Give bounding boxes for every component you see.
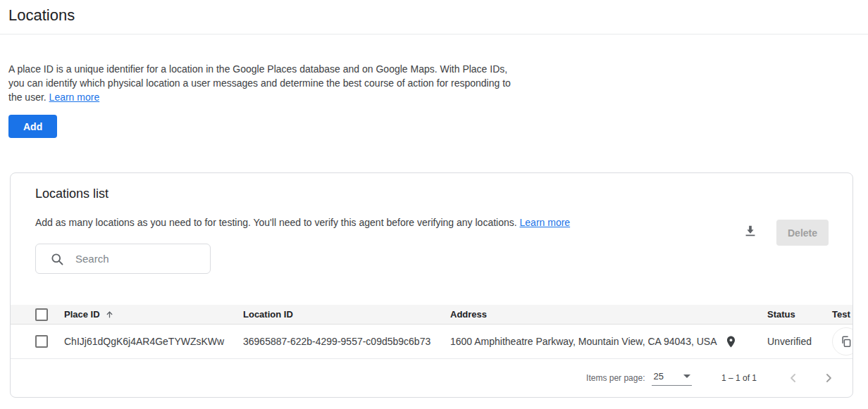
cell-location-id: 36965887-622b-4299-9557-c09d5b9c6b73	[243, 336, 450, 347]
column-header-test-urls[interactable]: Test URLs	[832, 309, 853, 320]
chevron-right-icon	[822, 371, 836, 385]
column-header-location-id[interactable]: Location ID	[243, 309, 450, 320]
items-per-page-label: Items per page:	[586, 373, 645, 383]
pagination-range: 1 – 1 of 1	[721, 373, 757, 383]
items-per-page-value: 25	[653, 371, 663, 382]
card-learn-more-link[interactable]: Learn more	[520, 217, 571, 228]
map-pin-icon[interactable]	[724, 335, 738, 348]
table-footer: Items per page: 25 1 – 1 of 1	[11, 359, 852, 397]
page-title: Locations	[8, 6, 75, 25]
card-description-text: Add as many locations as you need to for…	[35, 217, 520, 228]
chevron-left-icon	[786, 371, 800, 385]
intro-paragraph: A place ID is a unique identifier for a …	[8, 62, 513, 104]
row-checkbox[interactable]	[35, 335, 48, 348]
table-header-row: Place ID Location ID Address Status Test…	[11, 305, 853, 325]
title-divider	[0, 34, 868, 34]
next-page-button[interactable]	[820, 370, 837, 386]
intro-learn-more-link[interactable]: Learn more	[49, 92, 100, 103]
dropdown-caret-icon	[683, 375, 690, 378]
search-icon	[50, 252, 64, 266]
download-icon	[743, 223, 758, 239]
delete-button[interactable]: Delete	[776, 220, 829, 246]
cell-address: 1600 Amphitheatre Parkway, Mountain View…	[450, 336, 717, 347]
column-header-status[interactable]: Status	[767, 309, 832, 320]
search-input[interactable]	[75, 253, 195, 265]
locations-list-card: Locations list Add as many locations as …	[10, 172, 853, 398]
column-header-place-id[interactable]: Place ID	[64, 309, 100, 320]
download-button[interactable]	[740, 221, 760, 241]
card-description: Add as many locations as you need to for…	[35, 215, 570, 229]
select-all-checkbox[interactable]	[35, 308, 48, 321]
column-header-address[interactable]: Address	[450, 309, 767, 320]
copy-icon	[840, 335, 852, 348]
sort-ascending-icon[interactable]	[105, 310, 114, 319]
copy-test-url-button[interactable]	[832, 327, 853, 355]
add-button[interactable]: Add	[8, 115, 57, 138]
items-per-page-select[interactable]: 25	[652, 371, 691, 386]
cell-status: Unverified	[767, 336, 832, 347]
previous-page-button[interactable]	[785, 370, 802, 386]
card-title: Locations list	[35, 187, 108, 201]
cell-place-id: ChIJj61dQgK6j4AR4GeTYWZsKWw	[64, 336, 224, 347]
table-row: ChIJj61dQgK6j4AR4GeTYWZsKWw 36965887-622…	[11, 325, 853, 359]
search-box[interactable]	[35, 244, 211, 274]
